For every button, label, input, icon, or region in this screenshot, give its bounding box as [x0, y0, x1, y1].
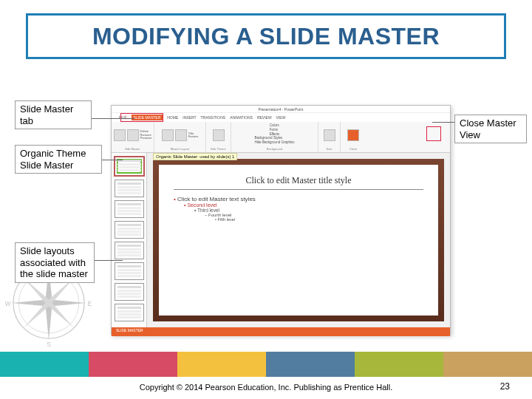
slide-title: MODIFYING A SLIDE MASTER	[92, 23, 440, 50]
slide-master-page: Click to edit Master title style Click t…	[153, 159, 444, 321]
insert-placeholder-icon[interactable]	[175, 129, 187, 141]
layout-thumbnail[interactable]	[115, 180, 144, 197]
master-tooltip: Organic Slide Master: used by slide(s) 1	[153, 153, 237, 160]
slide-canvas: Organic Slide Master: used by slide(s) 1…	[147, 153, 450, 327]
master-title-placeholder[interactable]: Click to edit Master title style	[174, 175, 423, 190]
svg-text:W: W	[5, 300, 11, 307]
layout-thumbnail[interactable]	[115, 283, 144, 301]
callout-line	[432, 122, 454, 123]
ribbon-group-size: Size	[318, 122, 341, 152]
callout-line	[92, 118, 134, 119]
page-number: 23	[500, 381, 510, 392]
color-block	[355, 352, 443, 377]
ribbon-group-close: Close	[341, 122, 366, 152]
layout-thumbnail[interactable]	[115, 304, 144, 321]
copyright-footer: Copyright © 2014 Pearson Education, Inc.…	[0, 383, 532, 392]
callout-organic-theme: Organic Theme Slide Master	[15, 145, 102, 174]
ribbon-group-edit-master: DeleteRenamePreserve Edit Master	[112, 122, 154, 152]
tab-review[interactable]: REVIEW	[257, 115, 272, 120]
svg-text:S: S	[47, 341, 51, 347]
callout-close-master-view: Close Master View	[454, 115, 527, 143]
tab-view[interactable]: VIEW	[276, 115, 286, 120]
layout-thumbnail[interactable]	[115, 242, 144, 259]
layout-thumbnail[interactable]	[115, 200, 144, 218]
bg-styles-button[interactable]: Background Styles	[255, 136, 283, 140]
powerpoint-screenshot: Presentation4 - PowerPoint FILE SLIDE MA…	[111, 105, 451, 335]
colors-button[interactable]: Colors	[270, 123, 279, 127]
color-block	[443, 352, 532, 377]
ribbon-group-master-layout: TitleFooters Master Layout	[154, 122, 206, 152]
insert-slide-master-icon[interactable]	[114, 129, 126, 141]
highlight-close-button	[426, 126, 441, 141]
tab-animations[interactable]: ANIMATIONS	[230, 115, 253, 120]
bullet-level-5[interactable]: Fifth level	[215, 217, 423, 222]
footer-color-strip	[0, 352, 532, 377]
themes-icon[interactable]	[213, 129, 225, 141]
color-block	[0, 352, 89, 377]
svg-text:E: E	[87, 300, 92, 307]
tab-transitions[interactable]: TRANSITIONS	[201, 115, 226, 120]
app-titlebar: Presentation4 - PowerPoint	[112, 106, 450, 113]
highlight-slide-master-tab	[120, 113, 163, 122]
callout-line	[102, 160, 123, 160]
slide-thumbnail-pane	[112, 153, 147, 327]
ribbon-group-edit-theme: Edit Theme	[206, 122, 231, 152]
layout-thumbnail[interactable]	[115, 221, 144, 239]
bullet-level-1[interactable]: Click to edit Master text styles	[174, 196, 423, 202]
callout-line	[95, 260, 123, 261]
slide-size-icon[interactable]	[324, 129, 335, 141]
status-bar: SLIDE MASTER	[112, 327, 450, 336]
color-block	[89, 352, 177, 377]
bullet-level-2[interactable]: Second level	[184, 202, 423, 208]
hide-bg-checkbox[interactable]: Hide Background Graphics	[255, 140, 295, 144]
tab-home[interactable]: HOME	[167, 115, 178, 120]
callout-slide-layouts: Slide layouts associated with the slide …	[15, 242, 95, 283]
editor-body: Organic Slide Master: used by slide(s) 1…	[112, 153, 450, 327]
callout-slide-master-tab: Slide Master tab	[15, 100, 92, 129]
insert-layout-icon[interactable]	[127, 129, 139, 141]
ribbon: DeleteRenamePreserve Edit Master TitleFo…	[112, 122, 450, 153]
ribbon-group-background: Colors Fonts Effects Background Styles H…	[231, 122, 318, 152]
fonts-button[interactable]: Fonts	[270, 128, 278, 132]
master-layout-icon[interactable]	[162, 129, 174, 141]
tab-insert[interactable]: INSERT	[183, 115, 196, 120]
color-block	[266, 352, 355, 377]
color-block	[177, 352, 266, 377]
slide-title-box: MODIFYING A SLIDE MASTER	[26, 13, 506, 59]
layout-thumbnail[interactable]	[115, 262, 144, 280]
close-master-view-button[interactable]	[347, 129, 359, 141]
bullet-level-3[interactable]: Third level	[194, 208, 423, 213]
